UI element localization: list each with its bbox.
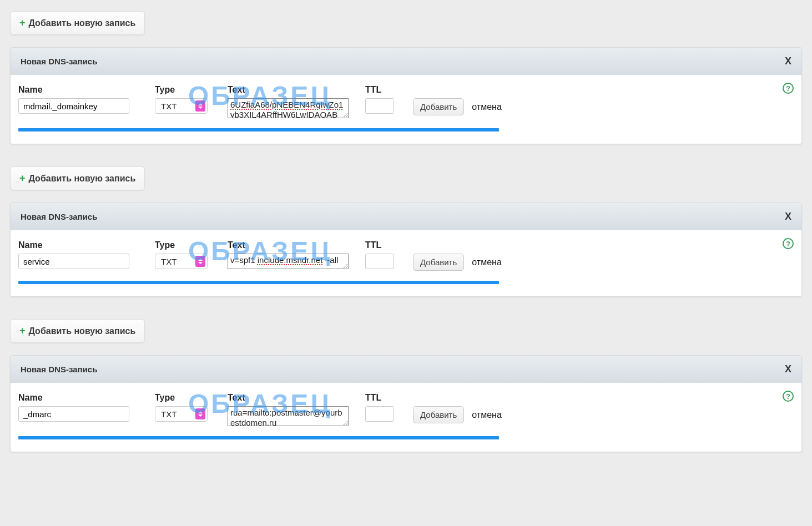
name-label: Name xyxy=(18,393,140,403)
dns-record-panel: Новая DNS-запись X ? ОБРАЗЕЦ Name Type T… xyxy=(10,203,802,297)
progress-bar xyxy=(18,128,499,132)
progress-bar xyxy=(18,281,499,284)
ttl-label: TTL xyxy=(365,240,399,250)
select-caret-icon xyxy=(195,408,205,419)
close-icon[interactable]: X xyxy=(785,55,791,67)
select-caret-icon xyxy=(195,256,205,267)
type-select[interactable]: TXT xyxy=(155,406,208,422)
ttl-input[interactable] xyxy=(365,406,394,422)
close-icon[interactable]: X xyxy=(785,363,791,375)
text-input[interactable]: 6UZfiaA68/pNEBEN4RqIwZo1yb3XIL4ARffHW6Lw… xyxy=(228,98,349,118)
text-label: Text xyxy=(228,240,351,250)
panel-title: Новая DNS-запись xyxy=(21,365,97,374)
name-input[interactable] xyxy=(18,406,129,422)
submit-button[interactable]: Добавить xyxy=(413,98,464,115)
plus-icon: + xyxy=(19,17,26,29)
dns-record-panel: Новая DNS-запись X ? ОБРАЗЕЦ Name Type T… xyxy=(10,47,802,144)
name-label: Name xyxy=(18,240,140,250)
ttl-label: TTL xyxy=(365,85,399,95)
type-value: TXT xyxy=(161,409,176,419)
type-label: Type xyxy=(155,85,213,95)
cancel-link[interactable]: отмена xyxy=(472,257,502,267)
name-label: Name xyxy=(18,85,140,95)
type-label: Type xyxy=(155,393,213,403)
type-value: TXT xyxy=(161,257,176,266)
panel-title: Новая DNS-запись xyxy=(21,57,97,66)
name-input[interactable] xyxy=(18,98,129,114)
progress-bar xyxy=(18,436,499,439)
add-record-button[interactable]: + Добавить новую запись xyxy=(10,166,145,190)
cancel-link[interactable]: отмена xyxy=(472,102,502,112)
panel-title: Новая DNS-запись xyxy=(21,212,97,221)
plus-icon: + xyxy=(19,325,26,337)
submit-button[interactable]: Добавить xyxy=(413,254,464,271)
add-record-label: Добавить новую запись xyxy=(29,18,136,28)
text-label: Text xyxy=(228,393,351,403)
ttl-label: TTL xyxy=(365,393,399,403)
add-record-button[interactable]: + Добавить новую запись xyxy=(10,11,145,35)
cancel-link[interactable]: отмена xyxy=(472,410,502,420)
ttl-input[interactable] xyxy=(365,98,394,114)
text-input[interactable]: rua=mailto:postmaster@yourbestdomen.ru xyxy=(228,406,349,426)
add-record-label: Добавить новую запись xyxy=(29,326,136,336)
select-caret-icon xyxy=(195,100,205,112)
text-input[interactable]: v=spf1 include:msndr.net ~all xyxy=(228,254,349,269)
plus-icon: + xyxy=(19,173,26,184)
type-label: Type xyxy=(155,240,213,250)
dns-record-panel: Новая DNS-запись X ? ОБРАЗЕЦ Name Type T… xyxy=(10,355,802,452)
type-select[interactable]: TXT xyxy=(155,98,208,114)
type-select[interactable]: TXT xyxy=(155,254,208,269)
submit-button[interactable]: Добавить xyxy=(413,406,464,423)
close-icon[interactable]: X xyxy=(785,211,791,222)
ttl-input[interactable] xyxy=(365,254,394,269)
type-value: TXT xyxy=(161,102,176,111)
add-record-label: Добавить новую запись xyxy=(29,174,136,184)
text-label: Text xyxy=(228,85,351,95)
name-input[interactable] xyxy=(18,254,129,269)
add-record-button[interactable]: + Добавить новую запись xyxy=(10,319,145,343)
